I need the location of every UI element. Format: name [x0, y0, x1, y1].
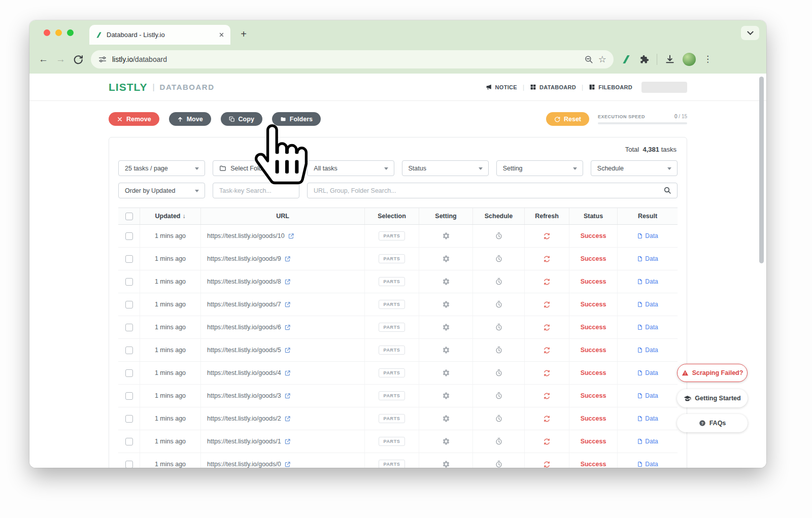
refresh-icon[interactable]	[543, 324, 551, 331]
external-link-icon[interactable]	[284, 256, 291, 262]
row-setting-button[interactable]	[419, 385, 472, 407]
row-checkbox[interactable]	[118, 407, 140, 430]
gear-icon[interactable]	[442, 460, 450, 468]
external-link-icon[interactable]	[288, 233, 294, 239]
scraping-failed-button[interactable]: Scraping Failed?	[677, 364, 748, 382]
nav-item-fileboard[interactable]: FILEBOARD	[589, 84, 632, 90]
folder-select[interactable]: Select Folder	[213, 160, 299, 176]
external-link-icon[interactable]	[284, 370, 291, 376]
browser-tab[interactable]: Databoard - Listly.io	[89, 25, 230, 45]
data-link[interactable]: Data	[637, 278, 658, 285]
clock-icon[interactable]	[495, 392, 503, 400]
faqs-button[interactable]: ? FAQs	[677, 414, 748, 432]
row-setting-button[interactable]	[419, 270, 472, 293]
row-url[interactable]: https://test.listly.io/goods/10	[200, 225, 364, 247]
row-refresh-button[interactable]	[524, 407, 569, 430]
external-link-icon[interactable]	[284, 279, 291, 285]
row-url[interactable]: https://test.listly.io/goods/6	[200, 316, 364, 338]
row-checkbox[interactable]	[118, 293, 140, 316]
nav-item-databoard[interactable]: DATABOARD	[530, 84, 576, 90]
data-link[interactable]: Data	[637, 438, 658, 445]
row-schedule-button[interactable]	[472, 453, 524, 468]
gear-icon[interactable]	[442, 255, 450, 263]
row-url[interactable]: https://test.listly.io/goods/4	[200, 362, 364, 384]
row-refresh-button[interactable]	[524, 339, 569, 361]
refresh-icon[interactable]	[543, 301, 551, 308]
schedule-select[interactable]: Schedule	[591, 160, 678, 176]
row-url[interactable]: https://test.listly.io/goods/3	[200, 385, 364, 407]
forward-button[interactable]: →	[56, 54, 65, 64]
gear-icon[interactable]	[442, 323, 450, 331]
refresh-icon[interactable]	[543, 461, 551, 468]
row-url[interactable]: https://test.listly.io/goods/9	[200, 248, 364, 270]
gear-icon[interactable]	[442, 392, 450, 400]
data-link[interactable]: Data	[637, 255, 658, 262]
task-key-search-input[interactable]	[213, 183, 299, 198]
clock-icon[interactable]	[495, 255, 503, 263]
row-schedule-button[interactable]	[472, 270, 524, 293]
gear-icon[interactable]	[442, 415, 450, 423]
data-link[interactable]: Data	[637, 301, 658, 308]
close-window-button[interactable]	[44, 29, 50, 36]
row-setting-button[interactable]	[419, 339, 472, 361]
status-select[interactable]: Status	[402, 160, 489, 176]
row-setting-button[interactable]	[419, 316, 472, 338]
download-icon[interactable]	[665, 54, 675, 64]
row-refresh-button[interactable]	[524, 385, 569, 407]
zoom-icon[interactable]	[584, 55, 593, 64]
page-scrollbar[interactable]	[759, 77, 764, 263]
external-link-icon[interactable]	[284, 324, 291, 331]
profile-avatar[interactable]	[683, 53, 696, 66]
row-url[interactable]: https://test.listly.io/goods/0	[200, 453, 364, 468]
browser-menu-icon[interactable]: ⋮	[703, 54, 712, 64]
select-all-checkbox[interactable]	[118, 208, 140, 224]
per-page-select[interactable]: 25 tasks / page	[118, 160, 205, 176]
row-setting-button[interactable]	[419, 248, 472, 270]
new-tab-button[interactable]: +	[236, 27, 251, 41]
row-schedule-button[interactable]	[472, 339, 524, 361]
column-header-setting[interactable]: Setting	[419, 208, 472, 224]
row-url[interactable]: https://test.listly.io/goods/8	[200, 270, 364, 293]
row-refresh-button[interactable]	[524, 430, 569, 453]
sort-descending-icon[interactable]: ↓	[183, 213, 186, 220]
row-setting-button[interactable]	[419, 407, 472, 430]
gear-icon[interactable]	[442, 232, 450, 240]
listly-extension-icon[interactable]	[621, 54, 631, 64]
external-link-icon[interactable]	[284, 438, 291, 445]
extensions-puzzle-icon[interactable]	[639, 54, 649, 64]
row-schedule-button[interactable]	[472, 225, 524, 247]
row-checkbox[interactable]	[118, 430, 140, 453]
setting-select[interactable]: Setting	[496, 160, 583, 176]
clock-icon[interactable]	[495, 369, 503, 377]
row-refresh-button[interactable]	[524, 270, 569, 293]
external-link-icon[interactable]	[284, 393, 291, 399]
external-link-icon[interactable]	[284, 347, 291, 354]
bookmark-star-icon[interactable]: ☆	[598, 54, 606, 65]
data-link[interactable]: Data	[637, 392, 658, 399]
row-checkbox[interactable]	[118, 385, 140, 407]
column-header-status[interactable]: Status	[569, 208, 617, 224]
folders-button[interactable]: Folders	[272, 112, 321, 126]
row-refresh-button[interactable]	[524, 225, 569, 247]
column-header-updated[interactable]: Updated↓	[140, 208, 200, 224]
gear-icon[interactable]	[442, 369, 450, 377]
getting-started-button[interactable]: Getting Started	[677, 389, 748, 407]
reset-button[interactable]: Reset	[546, 112, 589, 126]
data-link[interactable]: Data	[637, 415, 658, 422]
refresh-icon[interactable]	[543, 255, 551, 263]
clock-icon[interactable]	[495, 460, 503, 468]
row-setting-button[interactable]	[419, 362, 472, 384]
reload-button[interactable]	[73, 54, 83, 64]
data-link[interactable]: Data	[637, 347, 658, 354]
row-setting-button[interactable]	[419, 453, 472, 468]
gear-icon[interactable]	[442, 278, 450, 286]
row-setting-button[interactable]	[419, 225, 472, 247]
refresh-icon[interactable]	[543, 415, 551, 423]
column-header-selection[interactable]: Selection	[364, 208, 419, 224]
row-schedule-button[interactable]	[472, 293, 524, 316]
refresh-icon[interactable]	[543, 278, 551, 286]
gear-icon[interactable]	[442, 300, 450, 308]
clock-icon[interactable]	[495, 278, 503, 286]
search-icon[interactable]	[663, 186, 671, 194]
refresh-icon[interactable]	[543, 369, 551, 377]
